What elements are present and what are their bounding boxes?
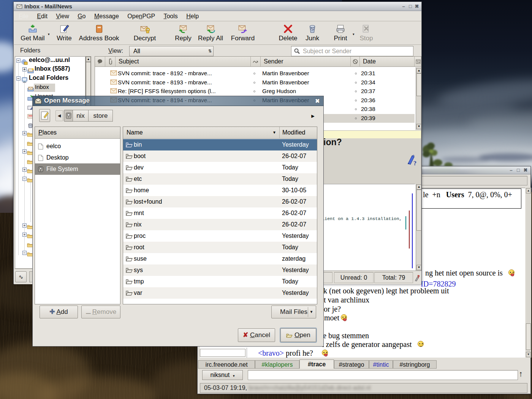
svg-text:?: ? — [417, 274, 420, 279]
svg-text:?: ? — [413, 160, 416, 166]
